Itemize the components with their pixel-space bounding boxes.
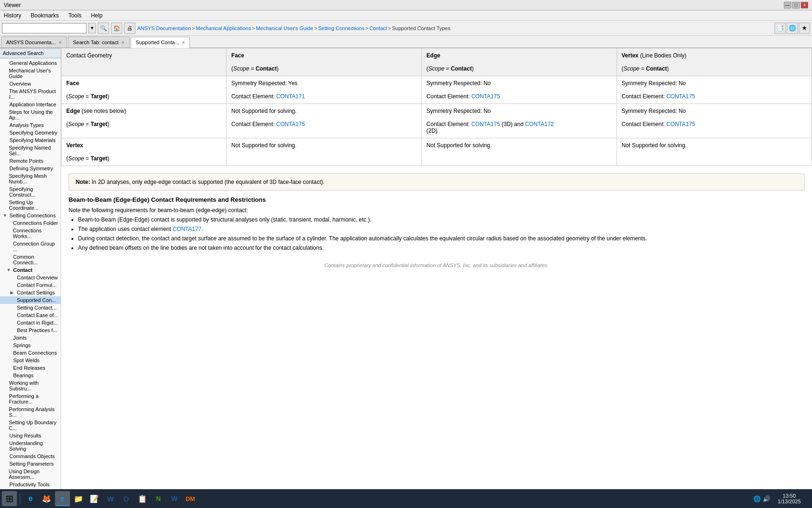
taskbar-folder-icon[interactable]: 📁 [71, 491, 86, 506]
sidebar-item-boundary-c[interactable]: Setting Up Boundary C... [0, 419, 61, 432]
sidebar-item-construct[interactable]: Specifying Construct... [0, 185, 61, 198]
show-desktop-btn[interactable] [806, 489, 810, 508]
sidebar-item-analysis-types[interactable]: Analysis Types [0, 121, 61, 129]
sidebar-item-using-results[interactable]: Using Results [0, 432, 61, 439]
sidebar-item-steps[interactable]: Steps for Using the Ap... [0, 108, 61, 121]
sidebar-item-setting-contact[interactable]: Setting Contact... [0, 304, 61, 311]
link-conta177[interactable]: CONTA177 [172, 226, 201, 232]
minimize-button[interactable]: — [784, 2, 791, 8]
breadcrumb-ansys[interactable]: ANSYS Documentation [137, 25, 191, 31]
sidebar-item-joints[interactable]: Joints [0, 334, 61, 341]
tab-close-ansys[interactable]: × [59, 40, 62, 45]
link-conta171[interactable]: CONTA171 [276, 93, 305, 100]
sidebar-item-analysis-s[interactable]: Performing Analysis S... [0, 405, 61, 419]
sidebar-item-springs[interactable]: Springs [0, 341, 61, 349]
breadcrumb-mech-apps[interactable]: Mechanical Applications [196, 25, 251, 31]
tab-close-supported[interactable]: × [182, 40, 185, 45]
link-conta175-edge-edge[interactable]: CONTA175 [471, 121, 500, 127]
link-conta175-edge-face[interactable]: CONTA175 [276, 121, 305, 127]
tab-close-search[interactable]: × [121, 40, 124, 45]
menu-history[interactable]: History [2, 11, 23, 20]
sidebar-item-app-interface[interactable]: Application Interface [0, 101, 61, 108]
sidebar-item-contact-settings[interactable]: ▶Contact Settings [0, 289, 61, 296]
sidebar-item-remote-pts[interactable]: Remote Points [0, 157, 61, 165]
title-bar: Viewer — □ × [0, 0, 812, 10]
taskbar-notepad-icon[interactable]: 📝 [87, 491, 102, 506]
link-conta175-face-edge[interactable]: CONTA175 [471, 93, 500, 100]
maximize-button[interactable]: □ [792, 2, 800, 8]
taskbar-ie-icon[interactable]: e [23, 491, 38, 506]
taskbar-start-button[interactable]: ⊞ [2, 491, 17, 506]
sidebar-item-params[interactable]: Setting Parameters [0, 460, 61, 468]
table-cell-vertex-vertex: Not Supported for solving. [617, 138, 812, 166]
table-row-face-target: Face (Scope = Target) Symmetry Respected… [62, 76, 812, 104]
sidebar-item-conn-group[interactable]: Connection Group ... [0, 240, 61, 253]
menu-tools[interactable]: Tools [66, 11, 83, 20]
sidebar-item-general-apps[interactable]: General Applications [0, 59, 61, 67]
home-button[interactable]: 🏠 [111, 23, 122, 34]
list-item-3: During contact detection, the contact an… [78, 235, 804, 242]
print-button[interactable]: 🖨 [124, 23, 135, 34]
taskbar-ie2-icon[interactable]: e [55, 491, 70, 506]
sidebar-item-mech-guide[interactable]: Mechanical User's Guide [0, 67, 61, 80]
link-conta175-face-vertex[interactable]: CONTA175 [666, 93, 695, 100]
sidebar-item-spec-materials[interactable]: Specifying Materials [0, 136, 61, 144]
advanced-search-btn[interactable]: Advanced Search [0, 48, 61, 58]
breadcrumb-setting-connections[interactable]: Setting Connections [318, 25, 364, 31]
address-input[interactable] [2, 23, 86, 33]
sidebar-item-symmetry[interactable]: Defining Symmetry [0, 165, 61, 172]
tab-search-contact[interactable]: Search Tab: contact × [68, 36, 129, 48]
sidebar-item-contact-overview[interactable]: Contact Overview [0, 274, 61, 281]
window-controls[interactable]: — □ × [784, 2, 808, 8]
sidebar-item-contact-ease[interactable]: Contact Ease of... [0, 311, 61, 319]
sidebar-item-mesh-numb[interactable]: Specifying Mesh Numb... [0, 172, 61, 185]
sidebar-item-spec-geometry[interactable]: Specifying Geometry [0, 129, 61, 136]
taskbar-firefox-icon[interactable]: 🦊 [39, 491, 54, 506]
table-row-vertex-target: Vertex (Scope = Target) Not Supported fo… [62, 138, 812, 166]
sidebar-item-connections[interactable]: ▼Setting Connections [0, 212, 61, 219]
sidebar-item-productivity[interactable]: Productivity Tools [0, 481, 61, 488]
address-dropdown[interactable]: ▼ [88, 23, 96, 33]
sidebar-item-contact-formul[interactable]: Contact Formul... [0, 281, 61, 289]
taskbar-ansys-icon[interactable]: DM [183, 491, 198, 506]
sidebar-item-supported-contact[interactable]: Supported Con... [0, 296, 61, 304]
sidebar-item-coord-sys[interactable]: Setting Up Coordinate... [0, 198, 61, 212]
sidebar-item-conn-folder[interactable]: Connections Folder [0, 219, 61, 227]
close-button[interactable]: × [801, 2, 808, 8]
sidebar-item-common-conn[interactable]: Common Connecti... [0, 253, 61, 266]
link-conta172[interactable]: CONTA172 [525, 121, 554, 127]
sidebar-item-contact-rigid[interactable]: Contact in Rigid... [0, 319, 61, 326]
search-button[interactable]: 🔍 [98, 23, 109, 34]
breadcrumb-users-guide[interactable]: Mechanical User's Guide [256, 25, 313, 31]
sidebar-item-bearings[interactable]: Bearings [0, 372, 61, 379]
menu-help[interactable]: Help [89, 11, 104, 20]
sidebar-item-commands-obj[interactable]: Commands Objects [0, 452, 61, 460]
taskbar-notepad2-icon[interactable]: 📋 [135, 491, 150, 506]
sidebar-item-substru[interactable]: Working with Substru... [0, 379, 61, 392]
menu-bookmarks[interactable]: Bookmarks [29, 11, 61, 20]
sidebar-item-best-practices[interactable]: Best Practices f... [0, 326, 61, 334]
sidebar-item-overview[interactable]: Overview [0, 80, 61, 87]
sidebar-item-understanding-solving[interactable]: Understanding Solving [0, 439, 61, 452]
star-icon-btn[interactable]: ★ [799, 23, 810, 34]
breadcrumb-contact[interactable]: Contact [369, 25, 387, 31]
tab-supported-contact[interactable]: Supported Conta... × [131, 37, 190, 48]
sidebar-item-fracture[interactable]: Performing a Fracture... [0, 392, 61, 405]
sidebar-item-contact[interactable]: ▼Contact [0, 266, 61, 274]
sidebar-item-design-assess[interactable]: Using Design Assessm... [0, 468, 61, 481]
sidebar-item-beam-conn[interactable]: Beam Connections [0, 349, 61, 357]
taskbar-word-icon[interactable]: W [103, 491, 118, 506]
taskbar-npp-icon[interactable]: N [151, 491, 166, 506]
sidebar-item-end-releases[interactable]: End Releases [0, 364, 61, 372]
globe-icon-btn[interactable]: 🌐 [787, 23, 798, 34]
toolbar: ▼ 🔍 🏠 🖨 ANSYS Documentation > Mechanical… [0, 21, 812, 36]
link-conta175-edge-vertex[interactable]: CONTA175 [666, 121, 695, 127]
tab-ansys-docs[interactable]: ANSYS Documenta... × [1, 36, 67, 48]
taskbar-word2-icon[interactable]: W [167, 491, 182, 506]
sidebar-item-named-sel[interactable]: Specifying Named Sel... [0, 144, 61, 157]
sidebar-item-ansys-product[interactable]: The ANSYS Product I... [0, 87, 61, 101]
sidebar-item-spot-welds[interactable]: Spot Welds [0, 357, 61, 364]
taskbar-doc-icon[interactable]: D [119, 491, 134, 506]
bookmark-icon-btn[interactable]: 📑 [774, 23, 786, 34]
sidebar-item-conn-works[interactable]: Connections Works... [0, 227, 61, 240]
